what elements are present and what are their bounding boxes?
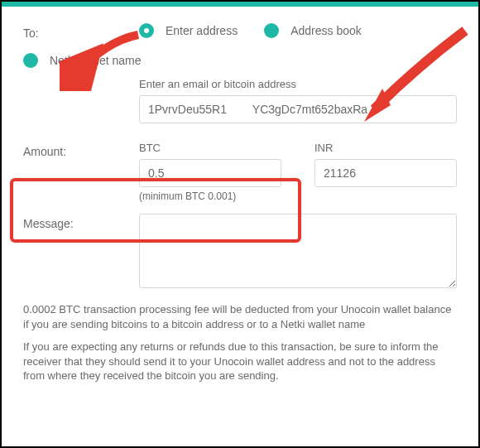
form-container: To: Enter address Address book Netki wal… xyxy=(2,7,478,395)
message-col xyxy=(139,214,457,291)
address-input[interactable] xyxy=(139,95,457,123)
amount-fields: BTC (minimum BTC 0.001) INR xyxy=(139,142,457,202)
to-options: Enter address Address book xyxy=(139,23,457,38)
message-input[interactable] xyxy=(139,214,457,288)
radio-enter-address-label: Enter address xyxy=(166,24,238,37)
amount-label: Amount: xyxy=(23,142,139,158)
address-block: Enter an email or bitcoin address xyxy=(139,78,457,123)
inr-col: INR xyxy=(314,142,457,202)
radio-address-book[interactable] xyxy=(264,23,279,38)
fee-note: 0.0002 BTC transaction processing fee wi… xyxy=(23,302,457,331)
message-label: Message: xyxy=(23,214,139,230)
radio-address-book-label: Address book xyxy=(290,24,362,37)
address-label: Enter an email or bitcoin address xyxy=(139,78,457,90)
radio-netki-label: Netki wallet name xyxy=(50,54,142,67)
to-label: To: xyxy=(23,23,139,40)
btc-col: BTC (minimum BTC 0.001) xyxy=(139,142,281,202)
btc-min-text: (minimum BTC 0.001) xyxy=(139,190,281,202)
inr-input[interactable] xyxy=(314,159,457,187)
amount-row: Amount: BTC (minimum BTC 0.001) INR xyxy=(23,142,457,202)
netki-row: Netki wallet name xyxy=(23,53,457,68)
btc-input[interactable] xyxy=(139,159,281,187)
radio-netki[interactable] xyxy=(23,53,38,68)
message-row: Message: xyxy=(23,214,457,291)
radio-enter-address[interactable] xyxy=(139,23,154,38)
btc-label: BTC xyxy=(139,142,281,154)
refund-note: If you are expecting any returns or refu… xyxy=(23,340,457,383)
to-row: To: Enter address Address book xyxy=(23,23,457,40)
inr-label: INR xyxy=(314,142,457,154)
